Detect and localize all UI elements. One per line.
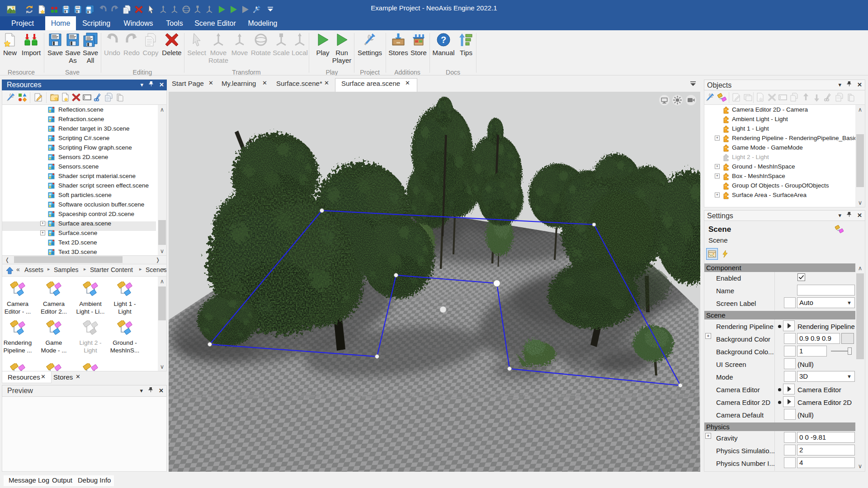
- svg-text:?: ?: [441, 35, 446, 45]
